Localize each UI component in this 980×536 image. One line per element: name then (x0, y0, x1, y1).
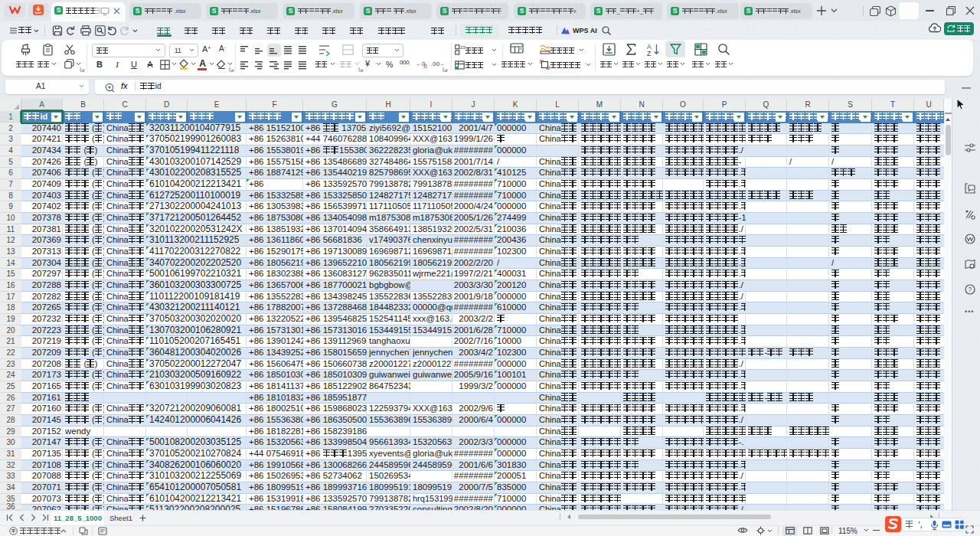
svg-text:?: ? (969, 286, 972, 293)
svg-text:Z: Z (647, 50, 651, 57)
svg-text:23: 23 (460, 45, 466, 50)
svg-text:.0: .0 (423, 64, 427, 69)
